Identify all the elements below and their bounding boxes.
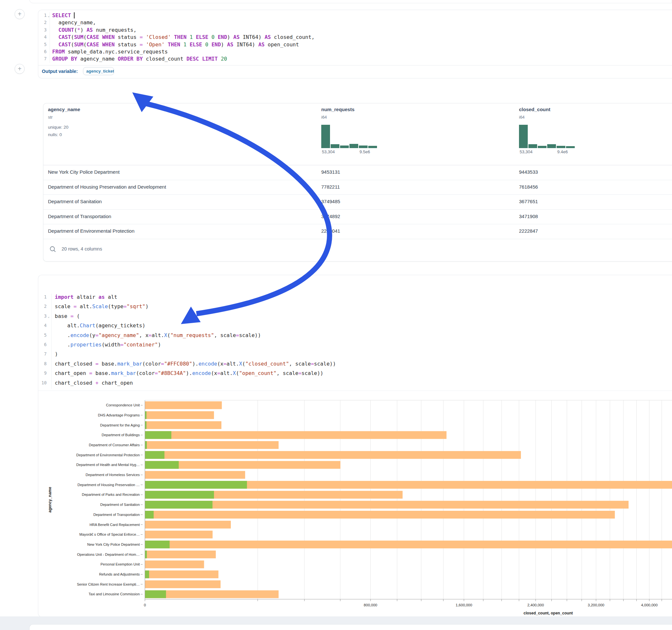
collapse-caret-icon[interactable]: ⌄	[48, 313, 50, 320]
altair-bar-chart: Correspondence UnitDHS Advantage Program…	[38, 391, 672, 617]
code-line[interactable]: 3⌄base = (	[38, 313, 672, 322]
histogram-bar	[566, 146, 575, 148]
canvas-bottom-gap	[0, 616, 672, 630]
svg-text:Department of Transportation: Department of Transportation	[93, 513, 140, 516]
column-header[interactable]: agency_name	[48, 106, 80, 112]
svg-text:4,000,000: 4,000,000	[641, 603, 657, 607]
code-line[interactable]: 6 .properties(width="container")	[38, 341, 672, 350]
svg-text:Department of Environmental Pr: Department of Environmental Protection	[76, 453, 140, 457]
line-number: 10	[39, 380, 47, 386]
table-cell: 7782211	[321, 184, 340, 190]
column-type: i64	[519, 115, 525, 120]
code-text: import altair as alt	[55, 294, 117, 300]
code-line[interactable]: 1⌄SELECT	[38, 12, 672, 19]
column-histogram	[519, 123, 576, 148]
histogram-min-label: 53,304	[322, 149, 335, 154]
svg-text:0: 0	[144, 603, 146, 607]
svg-text:Correspondence Unit: Correspondence Unit	[106, 403, 140, 407]
svg-text:Taxi and Limousine Commission: Taxi and Limousine Commission	[89, 592, 140, 596]
code-line[interactable]: 5 CAST(SUM(CASE WHEN status = 'Open' THE…	[38, 41, 672, 48]
code-line[interactable]: 10chart_closed + chart_open	[38, 380, 672, 389]
code-line[interactable]: 7)	[38, 350, 672, 360]
collapse-caret-icon[interactable]: ⌄	[48, 12, 50, 19]
line-number: 5	[39, 41, 47, 48]
table-cell: 7618456	[519, 184, 538, 190]
table-cell: 3471908	[519, 214, 538, 219]
code-text: GROUP BY agency_name ORDER BY closed_cou…	[52, 55, 227, 62]
row-column-count: 20 rows, 4 columns	[62, 246, 102, 251]
code-line[interactable]: 8chart_closed = base.mark_bar(color="#FF…	[38, 360, 672, 370]
column-header[interactable]: num_requests	[321, 106, 355, 112]
code-text: alt.Chart(agency_tickets)	[55, 322, 145, 329]
histogram-max-label: 9.4e6	[557, 149, 568, 154]
code-text: .encode(y="agency_name", x=alt.X("num_re…	[55, 332, 261, 339]
table-row: Department of Environmental Protection22…	[44, 224, 672, 239]
output-variable-label: Output variable:	[42, 69, 78, 74]
line-number: 1	[39, 294, 47, 300]
table-header: agency_namestrunique: 20nulls: 0num_requ…	[44, 103, 672, 165]
histogram-bar	[538, 146, 547, 148]
svg-text:Department of Homeless Service: Department of Homeless Services	[86, 473, 140, 477]
histogram-bar	[359, 146, 368, 148]
code-line[interactable]: 5 .encode(y="agency_name", x=alt.X("num_…	[38, 332, 672, 341]
table-cell: 2240041	[321, 228, 340, 234]
code-line[interactable]: 2 agency_name,	[38, 19, 672, 26]
histogram-bar	[557, 146, 565, 148]
line-number: 7	[39, 350, 47, 358]
histogram-bar	[331, 144, 339, 148]
next-cell-top-edge	[29, 624, 672, 630]
svg-text:Department of Parks and Recrea: Department of Parks and Recreation	[82, 492, 140, 496]
table-cell: Department of Environmental Protection	[48, 228, 135, 234]
svg-text:800,000: 800,000	[364, 603, 377, 607]
table-cell: 2222847	[519, 228, 538, 234]
line-number: 7	[39, 55, 47, 62]
svg-text:Department of Consumer Affairs: Department of Consumer Affairs	[89, 443, 140, 447]
svg-text:Operations Unit - Department o: Operations Unit - Department of Hom…	[77, 553, 140, 556]
code-line[interactable]: 4 CAST(SUM(CASE WHEN status = 'Closed' T…	[38, 34, 672, 41]
line-number: 3	[39, 27, 47, 33]
code-text: SELECT	[52, 12, 75, 19]
add-cell-button-output[interactable]: +	[15, 64, 25, 74]
sql-code-editor[interactable]: 1⌄SELECT 2 agency_name,3 COUNT(*) AS num…	[38, 12, 672, 63]
table-cell: Department of Housing Preservation and D…	[48, 184, 166, 190]
result-table-card: agency_namestrunique: 20nulls: 0num_requ…	[43, 103, 672, 262]
search-icon[interactable]	[49, 246, 56, 253]
code-text: CAST(SUM(CASE WHEN status = 'Closed' THE…	[52, 34, 314, 41]
code-line[interactable]: 1import altair as alt	[38, 294, 672, 303]
code-line[interactable]: 4 alt.Chart(agency_tickets)	[38, 322, 672, 332]
svg-text:Department of Health and Menta: Department of Health and Mental Hyg…	[76, 463, 140, 467]
svg-text:Department of Housing Preserva: Department of Housing Preservation …	[77, 483, 140, 487]
code-text: CAST(SUM(CASE WHEN status = 'Open' THEN …	[52, 41, 299, 48]
column-stat: nulls: 0	[48, 132, 62, 137]
code-line[interactable]: 6FROM sample_data.nyc.service_requests	[38, 48, 672, 55]
sql-cell: 1⌄SELECT 2 agency_name,3 COUNT(*) AS num…	[38, 10, 672, 78]
output-variable-pill[interactable]: agency_tickets	[83, 67, 114, 75]
svg-text:DHS Advantage Programs: DHS Advantage Programs	[98, 413, 140, 417]
code-text: .properties(width="container")	[55, 341, 161, 348]
svg-text:2,400,000: 2,400,000	[527, 603, 544, 607]
previous-cell-bottom-edge	[29, 0, 672, 3]
code-line[interactable]: 7GROUP BY agency_name ORDER BY closed_co…	[38, 55, 672, 63]
histogram-min-label: 53,304	[520, 149, 533, 154]
code-line[interactable]: 3 COUNT(*) AS num_requests,	[38, 27, 672, 34]
column-header[interactable]: closed_count	[519, 106, 550, 112]
code-line[interactable]: 9chart_open = base.mark_bar(color="#8BC3…	[38, 370, 672, 379]
table-cell: 9443533	[519, 169, 538, 175]
histogram-bar	[350, 144, 358, 148]
code-text: scale = alt.Scale(type="sqrt")	[55, 303, 148, 310]
python-code-editor[interactable]: 1import altair as alt2scale = alt.Scale(…	[38, 294, 672, 389]
svg-text:HRA Benefit Card Replacement: HRA Benefit Card Replacement	[90, 523, 140, 527]
svg-text:1,600,000: 1,600,000	[456, 603, 472, 607]
code-text: chart_open = base.mark_bar(color="#8BC34…	[55, 370, 323, 377]
svg-text:agency_name: agency_name	[48, 487, 52, 513]
column-type: i64	[321, 115, 327, 120]
code-line[interactable]: 2scale = alt.Scale(type="sqrt")	[38, 303, 672, 312]
line-number: 9	[39, 370, 47, 377]
table-cell: New York City Police Department	[48, 169, 120, 175]
text-cursor	[74, 12, 75, 19]
table-cell: Department of Sanitation	[48, 199, 102, 204]
svg-text:Mayorâ€ s Office of Special En: Mayorâ€ s Office of Special Enforce…	[79, 532, 140, 536]
code-text: agency_name,	[52, 19, 96, 26]
svg-text:closed_count, open_count: closed_count, open_count	[524, 611, 573, 615]
add-cell-button-top[interactable]: +	[15, 9, 25, 19]
